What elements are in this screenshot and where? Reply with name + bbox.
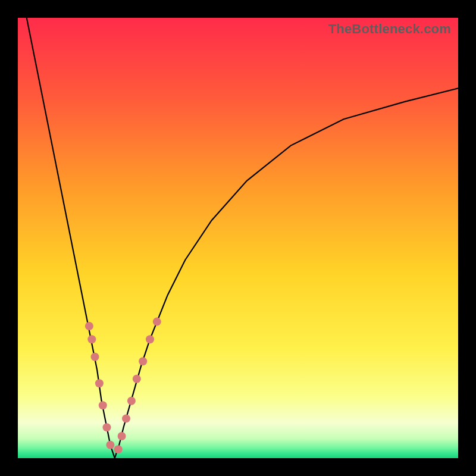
data-marker: [146, 335, 154, 343]
chart-frame: TheBottleneck.com: [0, 0, 476, 476]
data-marker: [87, 335, 96, 343]
data-marker: [106, 441, 114, 449]
data-marker: [118, 432, 126, 440]
data-marker: [85, 322, 93, 330]
data-marker: [139, 357, 147, 365]
data-marker: [133, 375, 141, 383]
data-marker: [99, 401, 107, 409]
data-marker: [103, 423, 111, 431]
curve-layer: [18, 18, 458, 458]
data-marker: [122, 414, 130, 422]
data-marker: [114, 445, 123, 453]
data-marker: [91, 353, 99, 361]
plot-area: TheBottleneck.com: [18, 18, 458, 458]
data-marker: [153, 318, 161, 326]
data-marker: [127, 397, 136, 405]
data-marker: [95, 379, 104, 387]
right-curve: [115, 88, 458, 458]
curve-markers: [85, 318, 161, 454]
left-curve: [27, 18, 115, 458]
